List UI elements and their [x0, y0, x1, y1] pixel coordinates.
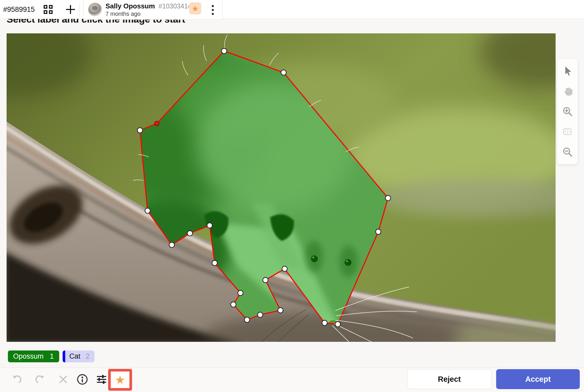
delete-region-icon[interactable] — [57, 373, 69, 386]
divider — [79, 3, 80, 17]
reject-button[interactable]: Reject — [407, 369, 491, 389]
pointer-tool-icon[interactable] — [561, 65, 574, 77]
grid-cell — [49, 10, 53, 14]
label-hotkey: 1 — [50, 352, 54, 360]
kebab-dot — [212, 5, 214, 7]
vertex-handle[interactable] — [238, 290, 243, 296]
vertex-handle[interactable] — [335, 322, 340, 327]
label-name: Cat — [65, 352, 80, 360]
vertex-handle[interactable] — [244, 317, 250, 322]
vertex-handle[interactable] — [258, 312, 263, 317]
grid-cell — [44, 10, 47, 14]
vertex-handle[interactable] — [322, 320, 327, 326]
vertex-handle[interactable] — [207, 223, 212, 228]
fit-screen-tool-icon[interactable] — [561, 125, 574, 138]
label-color-bar — [63, 350, 65, 362]
vertex-handle[interactable] — [376, 229, 381, 234]
grid-cell — [44, 5, 47, 9]
vertex-handle[interactable] — [231, 302, 236, 307]
vertex-handle-selected[interactable] — [155, 121, 159, 126]
annotation-id: #10303414 — [159, 2, 192, 10]
annotation-timestamp: 7 months ago — [105, 11, 140, 17]
pan-tool-icon[interactable] — [561, 85, 574, 97]
label-list: Opossum 1 Cat 2 — [8, 350, 94, 362]
bottom-toolbar: ★ Reject Accept — [0, 368, 584, 392]
undo-icon[interactable] — [11, 373, 23, 386]
vertex-handle[interactable] — [278, 308, 283, 313]
add-annotation-icon[interactable] — [66, 5, 75, 14]
zoom-in-tool-icon[interactable] — [561, 105, 574, 118]
zoom-out-tool-icon[interactable] — [561, 146, 574, 158]
avatar — [88, 3, 102, 16]
kebab-dot — [212, 9, 214, 11]
kebab-dot — [212, 13, 214, 15]
label-chip-opossum[interactable]: Opossum 1 — [8, 350, 59, 362]
ground-truth-star-icon[interactable]: ★ — [189, 2, 201, 14]
vertex-handle[interactable] — [281, 70, 286, 75]
annotator-name: Sally Opossum — [105, 2, 155, 10]
canvas-tool-panel — [557, 58, 578, 164]
label-name: Opossum — [13, 352, 44, 360]
annotation-card[interactable]: Sally Opossum #10303414 7 months ago ★ — [83, 0, 223, 20]
ground-truth-star-button-highlighted[interactable]: ★ — [108, 369, 132, 391]
avatar-detail — [92, 6, 98, 10]
grid-cell — [49, 5, 53, 9]
image-canvas[interactable] — [7, 33, 556, 342]
vertex-handle[interactable] — [282, 266, 287, 271]
redo-icon[interactable] — [34, 373, 46, 386]
annotation-app: Select label and click the image to star… — [0, 0, 584, 392]
top-bar: #9589915 Sally Opossum #10303414 7 month… — [0, 0, 584, 19]
vertex-handle[interactable] — [169, 242, 174, 247]
vertex-handle[interactable] — [137, 128, 143, 133]
label-hotkey: 2 — [86, 352, 90, 360]
grid-view-icon[interactable] — [44, 5, 53, 14]
more-options-icon[interactable] — [210, 4, 216, 16]
settings-sliders-icon[interactable] — [95, 373, 108, 386]
info-icon[interactable] — [76, 373, 89, 386]
accept-button[interactable]: Accept — [496, 369, 580, 389]
annotator-row: Sally Opossum #10303414 — [105, 2, 192, 10]
task-id: #9589915 — [3, 0, 35, 19]
vertex-handle[interactable] — [187, 231, 193, 236]
vertex-handle[interactable] — [212, 260, 217, 266]
label-chip-cat[interactable]: Cat 2 — [63, 350, 94, 362]
vertex-handle[interactable] — [385, 195, 391, 201]
vertex-handle[interactable] — [221, 48, 227, 54]
vertex-handle[interactable] — [145, 208, 150, 213]
vertex-handle[interactable] — [263, 277, 268, 283]
